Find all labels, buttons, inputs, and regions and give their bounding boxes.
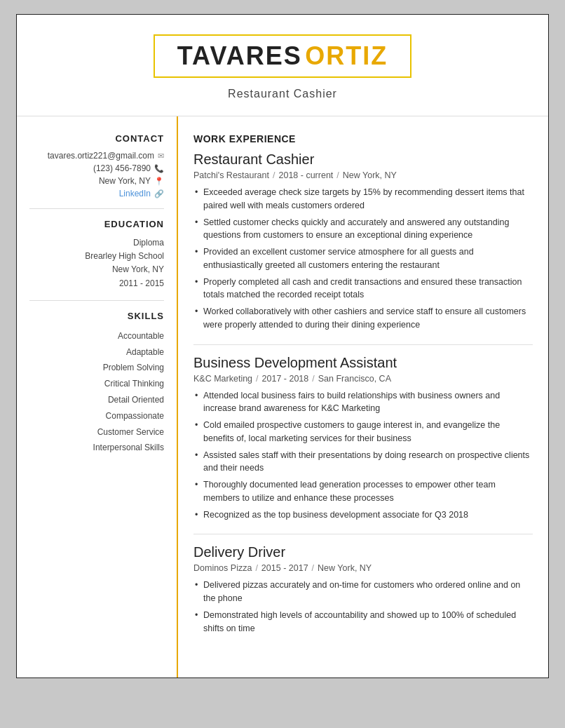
- education-section-title: EDUCATION: [29, 219, 164, 229]
- skill-item: Detail Oriented: [29, 392, 164, 408]
- edu-location: New York, NY: [29, 263, 164, 276]
- linkedin-item[interactable]: LinkedIn 🔗: [29, 189, 164, 198]
- skills-list: AccountableAdaptableProblem SolvingCriti…: [29, 328, 164, 456]
- skill-item: Interpersonal Skills: [29, 440, 164, 456]
- first-name: TAVARES: [177, 41, 302, 70]
- email-item: tavares.ortiz221@gmail.com ✉: [29, 151, 164, 161]
- bullet-list: Attended local business fairs to build r…: [193, 389, 533, 522]
- jobs-container: Restaurant CashierPatchi's Restaurant / …: [193, 151, 533, 635]
- job-title-text: Delivery Driver: [193, 544, 533, 560]
- linkedin-icon: 🔗: [154, 189, 164, 198]
- job-location: New York, NY: [318, 563, 372, 573]
- skill-item: Compassionate: [29, 408, 164, 424]
- email-icon: ✉: [158, 151, 164, 161]
- bullet-item: Assisted sales staff with their presenta…: [193, 449, 533, 476]
- job-location: San Francisco, CA: [318, 374, 391, 384]
- phone-item: (123) 456-7890 📞: [29, 163, 164, 173]
- phone-text: (123) 456-7890: [93, 163, 151, 173]
- job-title-text: Restaurant Cashier: [193, 151, 533, 168]
- right-column: WORK EXPERIENCE Restaurant CashierPatchi…: [178, 116, 548, 678]
- job-company: Patchi's Restaurant: [193, 170, 269, 180]
- phone-icon: 📞: [154, 164, 164, 173]
- contact-section-title: CONTACT: [29, 133, 164, 144]
- skills-section-title: SKILLS: [29, 311, 164, 321]
- bullet-item: Worked collaboratively with other cashie…: [193, 305, 533, 332]
- job-title-header: Restaurant Cashier: [31, 88, 534, 100]
- bullet-item: Recognized as the top business developme…: [193, 508, 533, 522]
- edu-degree: Diploma: [29, 236, 164, 250]
- resume-container: TAVARES ORTIZ Restaurant Cashier CONTACT…: [16, 14, 549, 678]
- job-meta: Patchi's Restaurant / 2018 - current / N…: [193, 170, 533, 180]
- bullet-item: Thoroughly documented lead generation pr…: [193, 478, 533, 505]
- job-years: 2017 - 2018: [262, 374, 309, 384]
- body-section: CONTACT tavares.ortiz221@gmail.com ✉ (12…: [17, 116, 548, 678]
- skill-item: Customer Service: [29, 424, 164, 440]
- job-company: K&C Marketing: [193, 374, 252, 384]
- job-title-text: Business Development Assistant: [193, 355, 533, 371]
- education-block: Diploma Brearley High School New York, N…: [29, 236, 164, 290]
- job-years: 2015 - 2017: [261, 563, 308, 573]
- bullet-item: Settled customer checks quickly and accu…: [193, 216, 533, 243]
- bullet-item: Properly completed all cash and credit t…: [193, 276, 533, 302]
- email-text: tavares.ortiz221@gmail.com: [48, 151, 154, 161]
- skill-item: Problem Solving: [29, 360, 164, 376]
- skill-item: Accountable: [29, 328, 164, 344]
- name-box: TAVARES ORTIZ: [154, 34, 411, 78]
- bullet-item: Exceeded average check size targets by 1…: [193, 186, 533, 213]
- job-meta: Dominos Pizza / 2015 - 2017 / New York, …: [193, 563, 533, 573]
- job-company: Dominos Pizza: [193, 563, 252, 573]
- bullet-list: Exceeded average check size targets by 1…: [193, 186, 533, 332]
- last-name: ORTIZ: [305, 41, 388, 70]
- job-meta: K&C Marketing / 2017 - 2018 / San Franci…: [193, 374, 533, 384]
- skill-item: Critical Thinking: [29, 376, 164, 392]
- job-block: Business Development AssistantK&C Market…: [193, 355, 533, 522]
- bullet-item: Delivered pizzas accurately and on-time …: [193, 579, 533, 605]
- edu-years: 2011 - 2015: [29, 277, 164, 290]
- bullet-item: Demonstrated high levels of accountabili…: [193, 609, 533, 635]
- bullet-item: Provided an excellent customer service a…: [193, 245, 533, 272]
- location-item: New York, NY 📍: [29, 176, 164, 186]
- location-icon: 📍: [154, 177, 164, 186]
- skill-item: Adaptable: [29, 344, 164, 360]
- job-years: 2018 - current: [278, 170, 333, 180]
- bullet-item: Cold emailed prospective customers to ga…: [193, 419, 533, 445]
- bullet-item: Attended local business fairs to build r…: [193, 389, 533, 416]
- header-section: TAVARES ORTIZ Restaurant Cashier: [17, 15, 548, 116]
- left-column: CONTACT tavares.ortiz221@gmail.com ✉ (12…: [17, 116, 178, 678]
- job-block: Restaurant CashierPatchi's Restaurant / …: [193, 151, 533, 332]
- work-experience-title: WORK EXPERIENCE: [193, 133, 533, 144]
- job-location: New York, NY: [343, 170, 397, 180]
- job-block: Delivery DriverDominos Pizza / 2015 - 20…: [193, 544, 533, 635]
- bullet-list: Delivered pizzas accurately and on-time …: [193, 579, 533, 635]
- edu-school: Brearley High School: [29, 250, 164, 263]
- linkedin-link[interactable]: LinkedIn: [119, 189, 151, 198]
- location-text: New York, NY: [99, 176, 151, 186]
